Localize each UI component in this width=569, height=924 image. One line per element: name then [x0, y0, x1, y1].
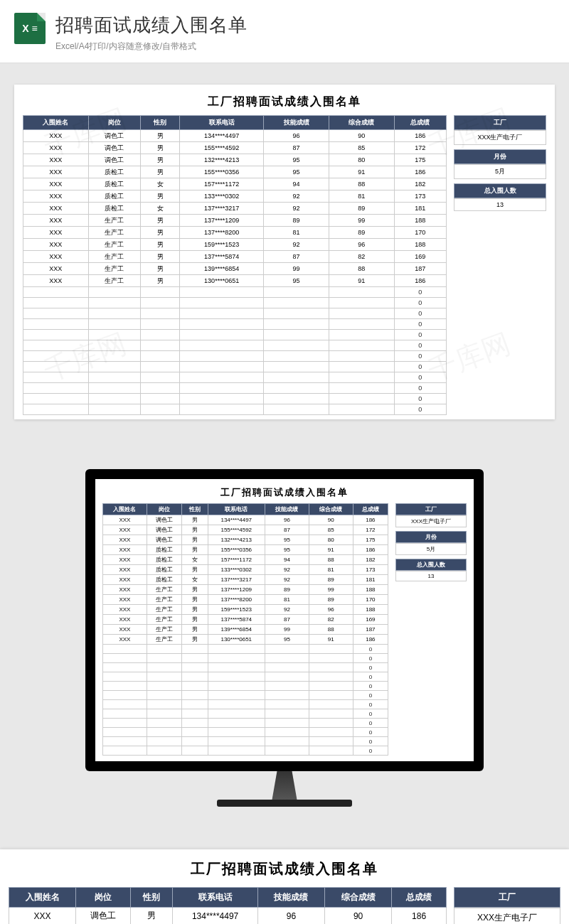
factory-value: XXX生产电子厂 — [395, 515, 467, 527]
cell-empty: 0 — [353, 672, 388, 682]
column-header: 总成绩 — [353, 504, 388, 515]
cell-phone: 137****1209 — [208, 585, 265, 595]
cell-phone: 139****6854 — [180, 263, 264, 275]
cell-comp: 90 — [309, 515, 353, 525]
cell-empty — [23, 394, 89, 404]
cell-empty — [147, 709, 181, 719]
cell-empty: 0 — [394, 351, 446, 362]
cell-empty — [208, 645, 265, 654]
table-row-empty: 0 — [23, 404, 447, 415]
cell-empty: 0 — [394, 362, 446, 372]
cell-empty — [182, 709, 208, 719]
cell-name: XXX — [103, 585, 147, 595]
cell-empty — [329, 330, 394, 340]
cell-total: 173 — [353, 565, 388, 575]
cell-phone: 137****8200 — [208, 595, 265, 605]
cell-empty — [23, 298, 89, 308]
cell-empty — [88, 404, 140, 415]
table-row: XXX质检工男133****03029281173 — [23, 190, 447, 203]
table-row-empty: 0 — [23, 319, 447, 330]
cell-empty — [147, 672, 181, 682]
cell-empty — [103, 709, 147, 719]
cell-comp: 90 — [329, 130, 394, 142]
cell-empty — [180, 372, 264, 383]
cell-post: 生产工 — [88, 263, 140, 275]
cell-sex: 男 — [141, 154, 180, 166]
monitor-stand — [260, 771, 309, 800]
cell-empty — [180, 319, 264, 330]
cell-empty — [147, 691, 181, 700]
count-value: 13 — [454, 198, 546, 211]
cell-total: 186 — [353, 515, 388, 525]
cell-empty — [103, 737, 147, 746]
cell-empty — [180, 330, 264, 340]
cell-name: XXX — [103, 565, 147, 575]
cell-empty — [23, 372, 89, 383]
cell-name: XXX — [103, 555, 147, 565]
cell-skill: 96 — [257, 908, 324, 925]
cell-comp: 81 — [329, 190, 394, 203]
cell-post: 生产工 — [147, 595, 181, 605]
cell-empty — [264, 404, 329, 415]
sheet-title: 工厂招聘面试成绩入围名单 — [9, 859, 560, 879]
cell-total: 182 — [394, 178, 446, 190]
cell-empty — [208, 654, 265, 663]
cell-post: 质检工 — [88, 178, 140, 190]
cell-name: XXX — [103, 615, 147, 625]
cell-total: 186 — [394, 130, 446, 142]
cell-empty — [182, 719, 208, 728]
table-row-empty: 0 — [23, 383, 447, 394]
column-header: 联系电话 — [208, 504, 265, 515]
cell-sex: 女 — [141, 178, 180, 190]
column-header: 总成绩 — [392, 888, 447, 908]
cell-total: 186 — [353, 545, 388, 555]
cell-empty: 0 — [353, 719, 388, 728]
cell-phone: 137****1209 — [180, 215, 264, 227]
cell-comp: 91 — [309, 545, 353, 555]
table-row: XXX生产工男130****06519591186 — [103, 635, 388, 645]
cell-empty — [103, 746, 147, 756]
table-header-row: 入围姓名岗位性别联系电话技能成绩综合成绩总成绩 — [23, 116, 447, 130]
flat-preview-area: 千库网 千库网 千库网 千库网 工厂招聘面试成绩入围名单 入围姓名岗位性别联系电… — [0, 63, 569, 441]
count-value: 13 — [395, 571, 467, 581]
cell-phone: 137****8200 — [180, 227, 264, 239]
cell-total: 187 — [353, 625, 388, 635]
cell-empty — [264, 383, 329, 394]
cell-total: 170 — [394, 227, 446, 239]
cell-name: XXX — [23, 178, 89, 190]
cell-comp: 88 — [329, 263, 394, 275]
table-body: XXX调色工男134****44979690186XXX调色工男155****4… — [103, 515, 388, 756]
cell-comp: 89 — [329, 227, 394, 239]
month-label: 月份 — [454, 149, 546, 164]
cell-skill: 87 — [265, 525, 309, 535]
cell-skill: 92 — [265, 605, 309, 615]
cell-skill: 89 — [265, 585, 309, 595]
cell-phone: 137****3217 — [180, 203, 264, 215]
table-row-empty: 0 — [103, 737, 388, 746]
factory-label: 工厂 — [395, 503, 467, 515]
table-row: XXX调色工男132****42139580175 — [103, 535, 388, 545]
column-header: 综合成绩 — [324, 888, 391, 908]
cell-empty — [147, 645, 181, 654]
cell-empty — [141, 404, 180, 415]
cell-empty — [182, 737, 208, 746]
column-header: 岗位 — [76, 888, 131, 908]
cell-name: XXX — [23, 142, 89, 154]
cell-skill: 92 — [264, 203, 329, 215]
cell-sex: 男 — [141, 215, 180, 227]
cell-empty — [180, 394, 264, 404]
cell-empty — [88, 330, 140, 340]
cell-total: 188 — [394, 239, 446, 251]
table-row-empty: 0 — [23, 394, 447, 404]
cell-sex: 男 — [141, 130, 180, 142]
cell-total: 188 — [353, 585, 388, 595]
cell-empty — [182, 700, 208, 709]
column-header: 性别 — [141, 116, 180, 130]
cell-total: 175 — [394, 154, 446, 166]
cell-total: 181 — [394, 203, 446, 215]
cell-empty — [141, 394, 180, 404]
cell-skill: 89 — [264, 215, 329, 227]
cell-comp: 91 — [309, 635, 353, 645]
table-row: XXX调色工男134****44979690186 — [103, 515, 388, 525]
table-row-empty: 0 — [23, 330, 447, 340]
